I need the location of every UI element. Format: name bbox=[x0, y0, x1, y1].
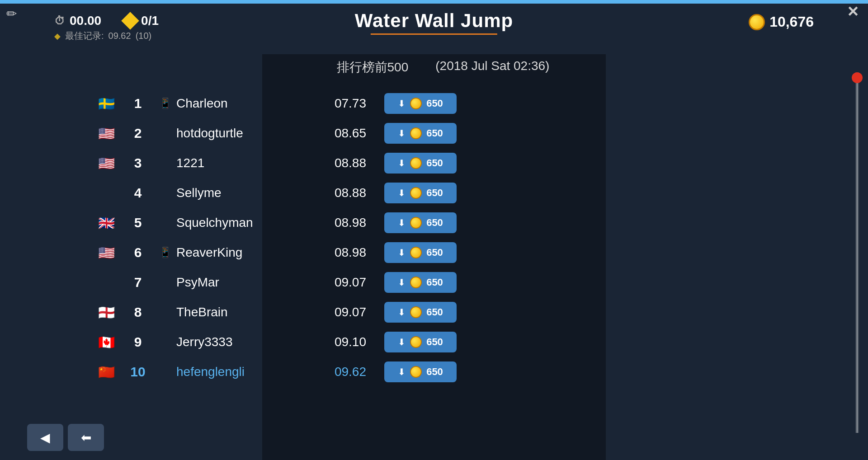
download-button[interactable]: ⬇ 650 bbox=[384, 272, 457, 293]
coin-icon bbox=[410, 306, 422, 318]
name-col: Charleon bbox=[176, 96, 303, 111]
flag-col: 🇸🇪 bbox=[90, 96, 122, 112]
back-button-back[interactable]: ⬅ bbox=[68, 424, 104, 451]
cost-amount: 650 bbox=[426, 336, 443, 348]
cost-amount: 650 bbox=[426, 127, 443, 139]
table-row: 🇺🇸 6 📱 ReaverKing 08.98 ⬇ 650 bbox=[90, 239, 796, 267]
download-button[interactable]: ⬇ 650 bbox=[384, 332, 457, 352]
table-row: 7 PsyMar 09.07 ⬇ 650 bbox=[90, 268, 796, 296]
cost-amount: 650 bbox=[426, 277, 443, 288]
flag-col: 🏴󠁧󠁢󠁥󠁮󠁧󠁿 bbox=[90, 305, 122, 320]
coin-icon bbox=[410, 336, 422, 348]
back-buttons: ◀ ⬅ bbox=[27, 424, 104, 451]
coin-icon bbox=[410, 366, 422, 378]
download-button[interactable]: ⬇ 650 bbox=[384, 302, 457, 323]
best-extra: (10) bbox=[136, 31, 152, 41]
table-row: 🇺🇸 3 1221 08.88 ⬇ 650 bbox=[90, 149, 796, 177]
name-col: 1221 bbox=[176, 156, 303, 170]
download-icon: ⬇ bbox=[398, 307, 406, 318]
cost-amount: 650 bbox=[426, 98, 443, 109]
best-value: 09.62 bbox=[108, 31, 131, 41]
coin-icon bbox=[410, 157, 422, 169]
gem-icon bbox=[121, 12, 139, 30]
time-col: 09.62 bbox=[303, 365, 366, 379]
table-row: 🇬🇧 5 Squelchyman 08.98 ⬇ 650 bbox=[90, 209, 796, 237]
time-col: 08.88 bbox=[303, 156, 366, 170]
scrollbar-thumb[interactable] bbox=[852, 72, 863, 83]
coin-icon-large bbox=[749, 14, 765, 30]
close-button[interactable]: ✕ bbox=[847, 5, 859, 19]
cost-amount: 650 bbox=[426, 217, 443, 229]
rank-col: 1 bbox=[122, 96, 154, 111]
flag-col: 🇺🇸 bbox=[90, 245, 122, 261]
download-icon: ⬇ bbox=[398, 366, 406, 377]
timer-icon: ⏱ bbox=[54, 14, 65, 27]
table-row: 🇨🇦 9 Jerry3333 09.10 ⬇ 650 bbox=[90, 328, 796, 356]
cost-amount: 650 bbox=[426, 187, 443, 199]
coin-icon bbox=[410, 277, 422, 288]
download-button[interactable]: ⬇ 650 bbox=[384, 153, 457, 174]
time-col: 09.07 bbox=[303, 305, 366, 319]
back-button-arrow[interactable]: ◀ bbox=[27, 424, 63, 451]
download-button[interactable]: ⬇ 650 bbox=[384, 212, 457, 233]
cost-amount: 650 bbox=[426, 366, 443, 378]
level-title: Water Wall Jump bbox=[355, 10, 513, 35]
download-button[interactable]: ⬇ 650 bbox=[384, 361, 457, 382]
timer-section: ⏱ 00.00 0/1 ◆ 最佳记录: 09.62 (10) bbox=[54, 14, 159, 42]
name-col: TheBrain bbox=[176, 305, 303, 319]
download-button[interactable]: ⬇ 650 bbox=[384, 123, 457, 144]
name-col: Sellyme bbox=[176, 186, 303, 200]
coin-icon bbox=[410, 217, 422, 229]
rank-col: 2 bbox=[122, 126, 154, 141]
download-icon: ⬇ bbox=[398, 98, 406, 109]
name-col: hotdogturtle bbox=[176, 126, 303, 141]
rank-col: 3 bbox=[122, 155, 154, 171]
device-col: 📱 bbox=[154, 247, 176, 258]
flag-col: 🇨🇳 bbox=[90, 364, 122, 380]
name-col: Jerry3333 bbox=[176, 335, 303, 349]
best-icon: ◆ bbox=[54, 31, 61, 41]
time-col: 08.98 bbox=[303, 216, 366, 230]
download-button[interactable]: ⬇ 650 bbox=[384, 93, 457, 114]
cost-amount: 650 bbox=[426, 157, 443, 169]
flag-col: 🇺🇸 bbox=[90, 155, 122, 171]
time-col: 08.65 bbox=[303, 126, 366, 141]
leaderboard-header-right: (2018 Jul Sat 02:36) bbox=[435, 59, 549, 76]
scrollbar-track[interactable] bbox=[855, 72, 859, 433]
download-icon: ⬇ bbox=[398, 188, 406, 198]
gem-count: 0/1 bbox=[141, 14, 159, 28]
download-icon: ⬇ bbox=[398, 128, 406, 139]
title-underline bbox=[371, 33, 497, 35]
timer-value: 00.00 bbox=[70, 14, 101, 28]
time-col: 09.10 bbox=[303, 335, 366, 349]
cost-amount: 650 bbox=[426, 247, 443, 258]
name-col: hefenglengli bbox=[176, 365, 303, 379]
leaderboard-container: 排行榜前500 (2018 Jul Sat 02:36) 🇸🇪 1 📱 Char… bbox=[90, 59, 796, 433]
download-icon: ⬇ bbox=[398, 337, 406, 347]
rank-col: 10 bbox=[122, 364, 154, 380]
table-row: 4 Sellyme 08.88 ⬇ 650 bbox=[90, 179, 796, 207]
download-icon: ⬇ bbox=[398, 247, 406, 258]
download-button[interactable]: ⬇ 650 bbox=[384, 183, 457, 203]
download-icon: ⬇ bbox=[398, 217, 406, 228]
name-col: Squelchyman bbox=[176, 216, 303, 230]
rank-col: 9 bbox=[122, 334, 154, 350]
time-col: 08.88 bbox=[303, 186, 366, 200]
rank-col: 7 bbox=[122, 275, 154, 290]
download-button[interactable]: ⬇ 650 bbox=[384, 242, 457, 263]
coin-icon bbox=[410, 187, 422, 199]
leaderboard-rows: 🇸🇪 1 📱 Charleon 07.73 ⬇ 650 🇺🇸 2 hotdogt… bbox=[90, 89, 796, 386]
rank-col: 4 bbox=[122, 185, 154, 201]
score-display: 10,676 bbox=[749, 14, 814, 30]
coin-icon bbox=[410, 127, 422, 139]
cost-amount: 650 bbox=[426, 306, 443, 318]
name-col: ReaverKing bbox=[176, 245, 303, 260]
leaderboard-header-left: 排行榜前500 bbox=[337, 59, 409, 76]
score-value: 10,676 bbox=[769, 14, 814, 30]
edit-icon[interactable]: ✏ bbox=[6, 6, 17, 21]
download-icon: ⬇ bbox=[398, 158, 406, 169]
time-col: 09.07 bbox=[303, 275, 366, 290]
rank-col: 5 bbox=[122, 215, 154, 230]
download-icon: ⬇ bbox=[398, 277, 406, 288]
flag-col: 🇨🇦 bbox=[90, 334, 122, 350]
